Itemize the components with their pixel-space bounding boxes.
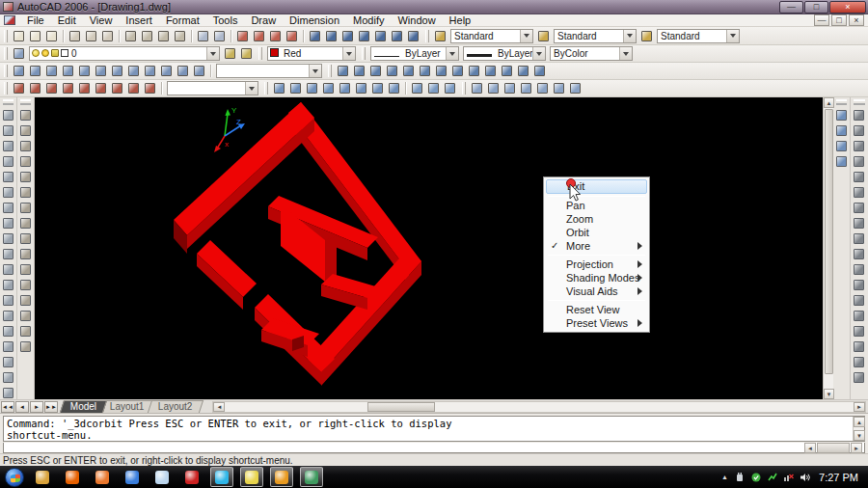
toolbar-grip[interactable] xyxy=(264,82,268,95)
pan-realtime-icon[interactable] xyxy=(234,29,251,43)
title-bar[interactable]: AutoCAD 2006 - [Drawing1.dwg] — □ × xyxy=(0,0,868,14)
scroll-left-arrow[interactable]: ◄ xyxy=(804,443,816,453)
line-icon[interactable] xyxy=(0,107,16,122)
trim-icon[interactable] xyxy=(17,246,34,261)
angular-dimension-icon[interactable] xyxy=(851,215,867,230)
tab-layout2[interactable]: Layout2 xyxy=(148,400,203,413)
torus-icon[interactable] xyxy=(353,81,369,95)
toolbar-grip[interactable] xyxy=(4,47,8,60)
menu-item-edit[interactable]: Edit xyxy=(51,14,83,27)
3d-pan-icon[interactable] xyxy=(11,81,27,95)
qnew-icon[interactable] xyxy=(11,29,27,43)
properties-icon[interactable] xyxy=(307,29,323,43)
extrude-icon[interactable] xyxy=(369,81,386,95)
center-mark-icon[interactable] xyxy=(851,308,867,323)
toolbar-grip[interactable] xyxy=(328,65,332,77)
taskbar-button-windows-explorer[interactable] xyxy=(31,467,54,487)
paste-icon[interactable] xyxy=(155,29,172,43)
color-dropdown[interactable]: Red xyxy=(267,46,356,61)
sw-isometric-icon[interactable] xyxy=(125,64,142,78)
explode-icon[interactable] xyxy=(17,339,34,354)
ucs-face-icon[interactable] xyxy=(384,64,400,78)
scroll-right-arrow[interactable]: ► xyxy=(854,402,865,412)
dock-grip[interactable] xyxy=(836,99,847,105)
circle-icon[interactable] xyxy=(0,200,16,215)
linear-dimension-icon[interactable] xyxy=(851,107,867,122)
hatch-icon[interactable] xyxy=(0,323,16,339)
zoom-window-icon[interactable] xyxy=(267,29,284,43)
send-to-back-icon[interactable] xyxy=(833,122,850,138)
point-icon[interactable] xyxy=(0,308,16,323)
cut-icon[interactable] xyxy=(122,29,139,43)
menu-item-view[interactable]: View xyxy=(83,14,120,27)
lineweight-dropdown[interactable]: ByLayer xyxy=(463,46,546,61)
context-menu-item-pan[interactable]: Pan xyxy=(546,199,647,212)
mirror-icon[interactable] xyxy=(17,138,34,153)
taskbar-button-sticky-notes[interactable] xyxy=(240,467,263,487)
scroll-left-arrow[interactable]: ◄ xyxy=(213,402,225,412)
lineweight-dropdown-arrow[interactable] xyxy=(532,47,545,60)
dim-style-dropdown[interactable]: Standard xyxy=(554,29,637,43)
taskbar-button-utility[interactable] xyxy=(270,467,293,487)
redo-icon[interactable] xyxy=(211,29,228,43)
scroll-thumb[interactable] xyxy=(825,109,833,374)
scroll-up-arrow[interactable]: ▲ xyxy=(854,417,865,427)
make-objects-layer-current-icon[interactable] xyxy=(222,46,238,61)
tab-last-button[interactable]: ►► xyxy=(44,401,58,413)
erase-icon[interactable] xyxy=(17,107,34,122)
zoom-previous-icon[interactable] xyxy=(284,29,300,43)
insert-block-icon[interactable] xyxy=(0,277,16,292)
scroll-thumb[interactable] xyxy=(817,443,850,453)
plot-style-dropdown-arrow[interactable] xyxy=(619,47,632,60)
context-menu-item-projection[interactable]: Projection xyxy=(546,258,647,271)
drawing-canvas[interactable]: Y Z x ExitPanZoomOrbit✓MoreProjectionSha… xyxy=(35,97,823,399)
nw-isometric-icon[interactable] xyxy=(175,64,191,78)
slice-icon[interactable] xyxy=(409,81,425,95)
layer-previous-icon[interactable] xyxy=(238,46,255,61)
ellipse-icon[interactable] xyxy=(0,246,16,261)
top-view-icon[interactable] xyxy=(27,64,43,78)
extend-icon[interactable] xyxy=(17,261,34,277)
dimension-style-icon[interactable] xyxy=(851,369,867,385)
right-view-icon[interactable] xyxy=(76,64,93,78)
front-view-icon[interactable] xyxy=(93,64,109,78)
taskbar-button-skype[interactable] xyxy=(210,467,233,487)
aligned-dimension-icon[interactable] xyxy=(851,122,867,138)
ucs-view-icon[interactable] xyxy=(417,64,433,78)
orbit-control-dropdown-arrow[interactable] xyxy=(245,82,258,95)
3d-adjust-clip-planes-icon[interactable] xyxy=(109,81,125,95)
zoom-realtime-icon[interactable] xyxy=(251,29,267,43)
layer-properties-manager-icon[interactable] xyxy=(11,46,27,61)
taskbar-button-autocad-taskbar[interactable] xyxy=(300,467,323,487)
ucs-origin-icon[interactable] xyxy=(433,64,449,78)
layer-dropdown-arrow[interactable] xyxy=(206,47,219,60)
scroll-up-arrow[interactable]: ▲ xyxy=(824,97,834,108)
quick-calc-icon[interactable] xyxy=(389,29,405,43)
context-menu-item-shading-modes[interactable]: Shading Modes xyxy=(546,271,647,285)
menu-item-modify[interactable]: Modify xyxy=(346,14,391,27)
polyline-icon[interactable] xyxy=(0,138,16,153)
text-style-dropdown-arrow[interactable] xyxy=(520,30,532,42)
markup-set-manager-icon[interactable] xyxy=(372,29,389,43)
stretch-icon[interactable] xyxy=(17,230,34,246)
toolbar-grip[interactable] xyxy=(425,30,429,42)
command-input[interactable] xyxy=(3,443,865,453)
camera-icon[interactable] xyxy=(191,64,207,78)
diameter-dimension-icon[interactable] xyxy=(851,200,867,215)
cone-icon[interactable] xyxy=(320,81,337,95)
tab-model[interactable]: Model xyxy=(60,400,107,413)
flat-shaded-edges-on-icon[interactable] xyxy=(551,81,567,95)
ellipse-arc-icon[interactable] xyxy=(0,261,16,277)
bring-above-objects-icon[interactable] xyxy=(833,138,850,153)
bottom-view-icon[interactable] xyxy=(43,64,60,78)
array-icon[interactable] xyxy=(17,169,34,184)
publish-icon[interactable] xyxy=(99,29,116,43)
table-style-dropdown-arrow[interactable] xyxy=(726,30,739,42)
command-horizontal-scrollbar[interactable]: ◄ ► xyxy=(804,443,862,453)
scroll-thumb[interactable] xyxy=(367,402,435,412)
text-style-icon[interactable] xyxy=(432,29,448,43)
toolbar-grip[interactable] xyxy=(362,47,366,60)
taskbar-clock[interactable]: 7:27 PM xyxy=(817,472,864,483)
orbit-control-dropdown[interactable] xyxy=(167,81,258,95)
child-minimize-button[interactable]: — xyxy=(814,14,829,26)
